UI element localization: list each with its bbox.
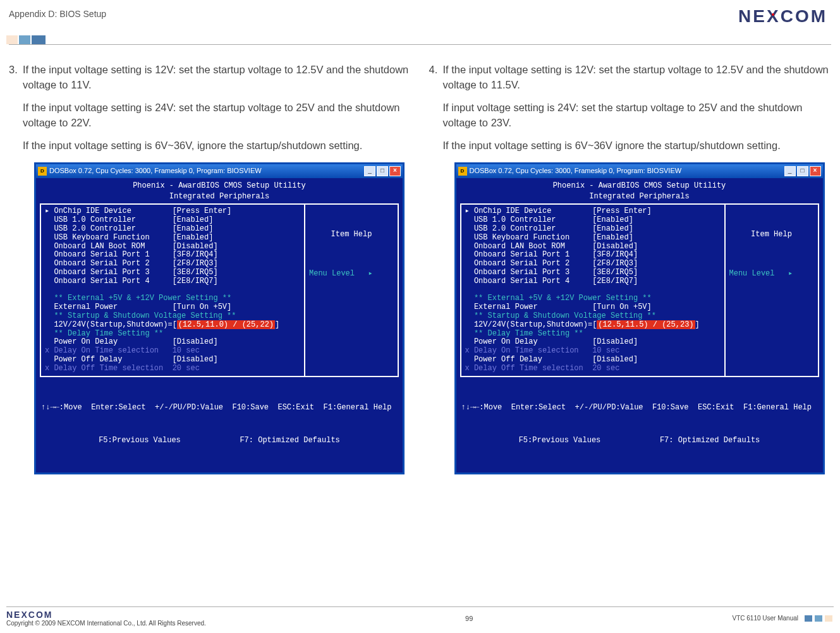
header: Appendix D: BIOS Setup NEXCOM: [0, 0, 840, 44]
step-3-text-2: If the input voltage setting is 24V: set…: [23, 102, 400, 128]
step-4: 4. If the input voltage setting is 12V: …: [429, 63, 832, 93]
bios-footer-1: ↑↓→←:Move Enter:Select +/-/PU/PD:Value F…: [461, 402, 818, 413]
manual-name: VTC 6110 User Manual: [732, 615, 798, 622]
close-button[interactable]: ×: [810, 166, 821, 176]
bios-main-left[interactable]: ▸ OnChip IDE Device [Press Enter] USB 1.…: [41, 205, 304, 375]
footer-tab-orange: [825, 615, 832, 622]
bios-body: Phoenix - AwardBIOS CMOS Setup Utility I…: [36, 178, 403, 380]
right-column: 4. If the input voltage setting is 12V: …: [429, 63, 832, 474]
bios-main-right[interactable]: ▸ OnChip IDE Device [Press Enter] USB 1.…: [461, 205, 724, 375]
titlebar-left: D DOSBox 0.72, Cpu Cycles: 3000, Framesk…: [458, 166, 682, 176]
step-3-number: 3.: [9, 63, 18, 78]
bios-title-1: Phoenix - AwardBIOS CMOS Setup Utility: [40, 181, 399, 191]
bios-help: Item Help Menu Level ▸: [304, 205, 398, 375]
step-4-text-3: If the input voltage setting is 6V~36V i…: [443, 140, 781, 151]
step-4-text-2: If input voltage setting is 24V: set the…: [443, 102, 803, 128]
dosbox-titlebar[interactable]: D DOSBox 0.72, Cpu Cycles: 3000, Framesk…: [456, 164, 823, 178]
tab-decor-orange: [6, 35, 18, 44]
bios-window-right: D DOSBox 0.72, Cpu Cycles: 3000, Framesk…: [454, 162, 825, 474]
window-controls: _ □ ×: [364, 166, 401, 176]
footer-tab-blue: [805, 615, 812, 622]
dosbox-icon: D: [38, 167, 47, 176]
left-column: 3. If the input voltage setting is 12V: …: [9, 63, 411, 474]
footer-tab-blue2: [815, 615, 822, 622]
bios-body: Phoenix - AwardBIOS CMOS Setup Utility I…: [456, 178, 823, 380]
step-4-text-3-wrap: If the input voltage setting is 6V~36V i…: [429, 138, 832, 154]
logo-text: NEXCOM: [738, 6, 827, 26]
footer-right: VTC 6110 User Manual: [732, 615, 834, 622]
bios-footer: ↑↓→←:Move Enter:Select +/-/PU/PD:Value F…: [456, 380, 823, 473]
content: 3. If the input voltage setting is 12V: …: [0, 63, 840, 474]
bios-footer: ↑↓→←:Move Enter:Select +/-/PU/PD:Value F…: [36, 380, 403, 473]
bios-window-left: D DOSBox 0.72, Cpu Cycles: 3000, Framesk…: [34, 162, 405, 474]
bios-frame: ▸ OnChip IDE Device [Press Enter] USB 1.…: [460, 203, 819, 377]
nexcom-logo: NEXCOM: [738, 6, 827, 27]
minimize-button[interactable]: _: [784, 166, 796, 176]
close-button[interactable]: ×: [389, 166, 401, 176]
tab-decor-blue1: [19, 35, 30, 44]
maximize-button[interactable]: □: [377, 166, 388, 176]
dosbox-title: DOSBox 0.72, Cpu Cycles: 3000, Frameskip…: [470, 166, 682, 176]
maximize-button[interactable]: □: [797, 166, 808, 176]
dosbox-titlebar[interactable]: D DOSBox 0.72, Cpu Cycles: 3000, Framesk…: [36, 164, 403, 178]
step-4-text-2-wrap: If input voltage setting is 24V: set the…: [429, 100, 832, 131]
bios-title-2: Integrated Peripherals: [460, 191, 819, 202]
titlebar-left: D DOSBox 0.72, Cpu Cycles: 3000, Framesk…: [38, 166, 262, 176]
bios-title-1: Phoenix - AwardBIOS CMOS Setup Utility: [460, 181, 819, 191]
step-4-number: 4.: [429, 63, 438, 78]
dosbox-icon: D: [458, 167, 467, 176]
step-3-text-1: If the input voltage setting is 12V: set…: [23, 64, 408, 90]
step-3-text-3: If the input voltage setting is 6V~36V, …: [23, 140, 362, 151]
footer-logo: NEXCOM: [6, 610, 206, 620]
footer-tabs: [805, 615, 834, 622]
menu-level: Menu Level ▸: [309, 268, 394, 279]
header-left: Appendix D: BIOS Setup: [6, 6, 106, 44]
item-help-title: Item Help: [729, 229, 814, 240]
page-number: 99: [465, 615, 473, 622]
tab-decor: [6, 35, 106, 44]
footer-copyright: Copyright © 2009 NEXCOM International Co…: [6, 620, 206, 627]
bios-frame: ▸ OnChip IDE Device [Press Enter] USB 1.…: [40, 203, 399, 377]
step-4-text-1: If the input voltage setting is 12V: set…: [443, 64, 829, 90]
header-rule: [9, 44, 831, 45]
dosbox-title: DOSBox 0.72, Cpu Cycles: 3000, Frameskip…: [49, 166, 262, 176]
bios-title-2: Integrated Peripherals: [40, 191, 399, 202]
footer: NEXCOM Copyright © 2009 NEXCOM Internati…: [6, 606, 834, 627]
appendix-title: Appendix D: BIOS Setup: [6, 6, 106, 19]
step-3-text-3-wrap: If the input voltage setting is 6V~36V, …: [9, 138, 411, 154]
window-controls: _ □ ×: [784, 166, 821, 176]
item-help-title: Item Help: [309, 229, 394, 240]
tab-decor-blue2: [32, 35, 46, 44]
step-3-text-2-wrap: If the input voltage setting is 24V: set…: [9, 100, 411, 131]
bios-footer-2: F5:Previous Values F7: Optimized Default…: [41, 435, 398, 446]
bios-help: Item Help Menu Level ▸: [724, 205, 818, 375]
bios-footer-2: F5:Previous Values F7: Optimized Default…: [461, 435, 818, 446]
step-3: 3. If the input voltage setting is 12V: …: [9, 63, 411, 93]
footer-left: NEXCOM Copyright © 2009 NEXCOM Internati…: [6, 610, 206, 627]
minimize-button[interactable]: _: [364, 166, 375, 176]
menu-level: Menu Level ▸: [729, 268, 814, 279]
bios-footer-1: ↑↓→←:Move Enter:Select +/-/PU/PD:Value F…: [41, 402, 398, 413]
